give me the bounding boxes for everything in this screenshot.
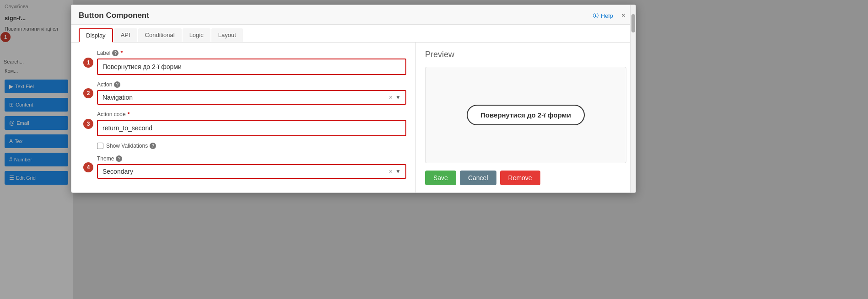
close-button[interactable]: × — [619, 11, 628, 21]
tab-display[interactable]: Display — [79, 28, 113, 43]
step-badge-3: 3 — [83, 119, 93, 129]
label-help-icon[interactable]: ? — [112, 50, 119, 56]
remove-button[interactable]: Remove — [500, 171, 540, 185]
form-panel: 1 Label ? * 2 Action ? — [71, 43, 416, 192]
theme-label-text: Theme — [97, 155, 114, 162]
action-code-input[interactable] — [97, 120, 406, 136]
action-buttons: Save Cancel Remove — [425, 171, 626, 185]
save-button[interactable]: Save — [425, 171, 456, 185]
action-code-field-label: Action code * — [97, 111, 406, 117]
modal-scrollbar[interactable] — [630, 5, 636, 192]
action-field-group: Action ? Navigation × ▼ — [97, 81, 406, 105]
modal-header: Button Component 🛈 Help × — [71, 5, 636, 25]
tab-layout[interactable]: Layout — [211, 28, 243, 42]
show-validations-checkbox[interactable] — [97, 143, 103, 149]
theme-clear-icon[interactable]: × — [389, 168, 393, 175]
action-select-value: Navigation — [102, 94, 389, 101]
show-validations-help-icon[interactable]: ? — [150, 143, 156, 149]
step-badge-4: 4 — [83, 162, 93, 172]
action-code-field-group: Action code * — [97, 111, 406, 136]
action-field-label: Action ? — [97, 81, 406, 88]
theme-dropdown-icon[interactable]: ▼ — [395, 168, 401, 175]
modal-tabs: Display API Conditional Logic Layout — [71, 25, 636, 43]
action-code-required-star: * — [128, 111, 130, 117]
action-help-icon[interactable]: ? — [114, 81, 120, 88]
scrollbar-thumb — [631, 14, 635, 32]
tab-conditional[interactable]: Conditional — [138, 28, 182, 42]
label-required-star: * — [120, 50, 123, 56]
theme-select[interactable]: Secondary × ▼ — [97, 164, 406, 179]
label-input[interactable] — [97, 59, 406, 75]
theme-help-icon[interactable]: ? — [116, 155, 122, 162]
theme-field-label: Theme ? — [97, 155, 406, 162]
label-field-wrapper: 1 Label ? * — [97, 50, 406, 75]
modal-header-right: 🛈 Help × — [593, 11, 628, 21]
step-badge-2: 2 — [83, 88, 93, 98]
show-validations-label: Show Validations ? — [106, 143, 156, 149]
label-field-label: Label ? * — [97, 50, 406, 56]
preview-area: Повернутися до 2-ї форми — [425, 67, 626, 163]
show-validations-label-text: Show Validations — [106, 143, 148, 149]
action-dropdown-icon[interactable]: ▼ — [395, 94, 401, 101]
label-field-group: Label ? * — [97, 50, 406, 75]
theme-field-wrapper: 4 Theme ? Secondary × ▼ — [97, 155, 406, 179]
cancel-button[interactable]: Cancel — [460, 171, 496, 185]
help-icon: 🛈 — [593, 12, 599, 19]
tab-api[interactable]: API — [114, 28, 137, 42]
action-field-wrapper: 2 Action ? Navigation × ▼ — [97, 81, 406, 105]
step-badge-1: 1 — [83, 58, 93, 68]
modal-title: Button Component — [79, 11, 149, 20]
modal-dialog: Button Component 🛈 Help × Display API Co… — [71, 5, 636, 193]
tab-logic[interactable]: Logic — [183, 28, 210, 42]
preview-button[interactable]: Повернутися до 2-ї форми — [467, 105, 585, 125]
modal-body: 1 Label ? * 2 Action ? — [71, 43, 636, 192]
theme-select-value: Secondary — [102, 168, 389, 175]
preview-title: Preview — [425, 50, 626, 59]
help-label: Help — [601, 12, 613, 19]
show-validations-row: Show Validations ? — [97, 143, 406, 149]
action-field-label-text: Action — [97, 81, 112, 88]
theme-field-group: Theme ? Secondary × ▼ — [97, 155, 406, 179]
action-clear-icon[interactable]: × — [389, 94, 393, 101]
action-code-label-text: Action code — [97, 111, 126, 117]
help-link[interactable]: 🛈 Help — [593, 12, 613, 19]
label-field-label-text: Label — [97, 50, 110, 56]
preview-panel: Preview Повернутися до 2-ї форми Save Ca… — [416, 43, 636, 192]
action-select[interactable]: Navigation × ▼ — [97, 90, 406, 105]
action-code-field-wrapper: 3 Action code * — [97, 111, 406, 136]
